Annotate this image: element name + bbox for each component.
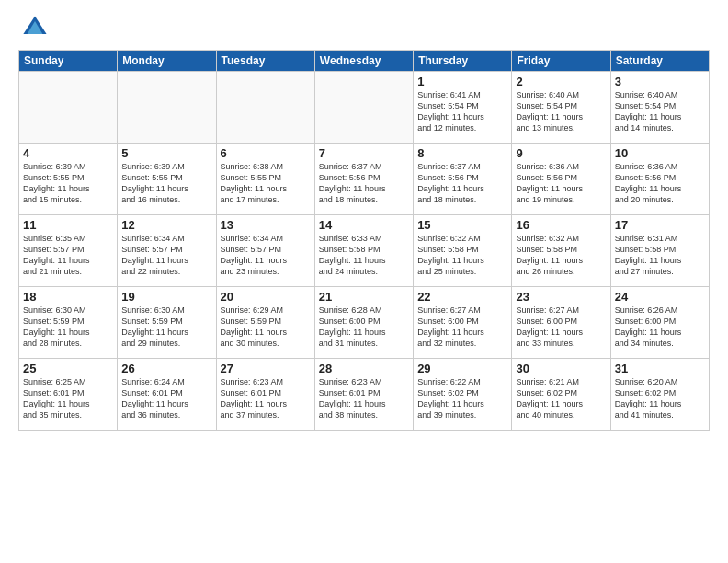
- calendar-cell: 16Sunrise: 6:32 AM Sunset: 5:58 PM Dayli…: [512, 215, 610, 287]
- day-info: Sunrise: 6:21 AM Sunset: 6:02 PM Dayligh…: [516, 376, 606, 421]
- day-number: 28: [319, 362, 409, 375]
- day-number: 8: [417, 146, 507, 160]
- day-info: Sunrise: 6:40 AM Sunset: 5:54 PM Dayligh…: [516, 89, 606, 134]
- day-number: 7: [319, 146, 409, 160]
- day-info: Sunrise: 6:30 AM Sunset: 5:59 PM Dayligh…: [121, 304, 211, 350]
- day-number: 30: [516, 362, 606, 375]
- calendar-cell: 14Sunrise: 6:33 AM Sunset: 5:58 PM Dayli…: [314, 215, 413, 287]
- day-number: 29: [417, 362, 507, 375]
- calendar-cell: 3Sunrise: 6:40 AM Sunset: 5:54 PM Daylig…: [610, 72, 709, 144]
- day-number: 22: [417, 290, 507, 304]
- day-info: Sunrise: 6:32 AM Sunset: 5:58 PM Dayligh…: [417, 233, 507, 278]
- calendar-cell: 29Sunrise: 6:22 AM Sunset: 6:02 PM Dayli…: [414, 359, 512, 431]
- day-info: Sunrise: 6:33 AM Sunset: 5:58 PM Dayligh…: [319, 233, 409, 278]
- day-number: 19: [121, 290, 211, 304]
- day-info: Sunrise: 6:37 AM Sunset: 5:56 PM Dayligh…: [319, 161, 409, 206]
- day-number: 14: [319, 218, 409, 232]
- day-info: Sunrise: 6:24 AM Sunset: 6:01 PM Dayligh…: [121, 376, 211, 421]
- calendar-cell: 11Sunrise: 6:35 AM Sunset: 5:57 PM Dayli…: [19, 215, 118, 287]
- week-row-2: 4Sunrise: 6:39 AM Sunset: 5:55 PM Daylig…: [19, 144, 710, 215]
- day-info: Sunrise: 6:26 AM Sunset: 6:00 PM Dayligh…: [615, 304, 705, 350]
- day-info: Sunrise: 6:36 AM Sunset: 5:56 PM Dayligh…: [516, 161, 606, 206]
- col-header-friday: Friday: [512, 51, 610, 72]
- calendar-cell: 2Sunrise: 6:40 AM Sunset: 5:54 PM Daylig…: [512, 72, 610, 144]
- calendar-cell: 30Sunrise: 6:21 AM Sunset: 6:02 PM Dayli…: [512, 359, 610, 431]
- calendar-cell: 4Sunrise: 6:39 AM Sunset: 5:55 PM Daylig…: [19, 144, 118, 215]
- day-number: 20: [221, 290, 311, 304]
- day-info: Sunrise: 6:34 AM Sunset: 5:57 PM Dayligh…: [121, 233, 211, 278]
- week-row-1: 1Sunrise: 6:41 AM Sunset: 5:54 PM Daylig…: [19, 72, 710, 144]
- day-info: Sunrise: 6:23 AM Sunset: 6:01 PM Dayligh…: [319, 376, 409, 421]
- col-header-tuesday: Tuesday: [216, 51, 314, 72]
- day-number: 5: [121, 146, 211, 160]
- day-info: Sunrise: 6:22 AM Sunset: 6:02 PM Dayligh…: [417, 376, 507, 421]
- calendar-cell: 10Sunrise: 6:36 AM Sunset: 5:56 PM Dayli…: [610, 144, 709, 215]
- week-row-3: 11Sunrise: 6:35 AM Sunset: 5:57 PM Dayli…: [19, 215, 710, 287]
- day-number: 18: [23, 290, 113, 304]
- calendar-cell: 27Sunrise: 6:23 AM Sunset: 6:01 PM Dayli…: [216, 359, 314, 431]
- day-info: Sunrise: 6:38 AM Sunset: 5:55 PM Dayligh…: [221, 161, 311, 206]
- calendar-cell: 15Sunrise: 6:32 AM Sunset: 5:58 PM Dayli…: [414, 215, 512, 287]
- calendar-cell: 13Sunrise: 6:34 AM Sunset: 5:57 PM Dayli…: [216, 215, 314, 287]
- day-number: 26: [121, 362, 211, 375]
- day-info: Sunrise: 6:41 AM Sunset: 5:54 PM Dayligh…: [417, 89, 507, 134]
- col-header-sunday: Sunday: [19, 51, 118, 72]
- day-info: Sunrise: 6:37 AM Sunset: 5:56 PM Dayligh…: [417, 161, 507, 206]
- day-info: Sunrise: 6:23 AM Sunset: 6:01 PM Dayligh…: [221, 376, 311, 421]
- day-info: Sunrise: 6:20 AM Sunset: 6:02 PM Dayligh…: [615, 376, 705, 421]
- calendar-cell: 7Sunrise: 6:37 AM Sunset: 5:56 PM Daylig…: [314, 144, 413, 215]
- col-header-monday: Monday: [118, 51, 216, 72]
- day-number: 31: [615, 362, 705, 375]
- day-info: Sunrise: 6:29 AM Sunset: 5:59 PM Dayligh…: [221, 304, 311, 350]
- col-header-thursday: Thursday: [414, 51, 512, 72]
- day-number: 1: [417, 75, 507, 88]
- day-number: 3: [615, 75, 705, 88]
- calendar-cell: 19Sunrise: 6:30 AM Sunset: 5:59 PM Dayli…: [118, 287, 216, 359]
- day-number: 25: [23, 362, 113, 375]
- day-info: Sunrise: 6:36 AM Sunset: 5:56 PM Dayligh…: [615, 161, 705, 206]
- calendar-cell: 12Sunrise: 6:34 AM Sunset: 5:57 PM Dayli…: [118, 215, 216, 287]
- day-number: 9: [516, 146, 606, 160]
- day-number: 6: [221, 146, 311, 160]
- calendar-cell: 18Sunrise: 6:30 AM Sunset: 5:59 PM Dayli…: [19, 287, 118, 359]
- week-row-5: 25Sunrise: 6:25 AM Sunset: 6:01 PM Dayli…: [19, 359, 710, 431]
- day-info: Sunrise: 6:30 AM Sunset: 5:59 PM Dayligh…: [23, 304, 113, 350]
- day-info: Sunrise: 6:25 AM Sunset: 6:01 PM Dayligh…: [23, 376, 113, 421]
- calendar-page: SundayMondayTuesdayWednesdayThursdayFrid…: [0, 0, 728, 563]
- logo-icon: [22, 15, 48, 40]
- calendar-cell: 6Sunrise: 6:38 AM Sunset: 5:55 PM Daylig…: [216, 144, 314, 215]
- calendar-cell: [19, 72, 118, 144]
- calendar-cell: [216, 72, 314, 144]
- calendar-cell: 24Sunrise: 6:26 AM Sunset: 6:00 PM Dayli…: [610, 287, 709, 359]
- calendar-cell: 23Sunrise: 6:27 AM Sunset: 6:00 PM Dayli…: [512, 287, 610, 359]
- calendar-cell: [314, 72, 413, 144]
- day-number: 4: [23, 146, 113, 160]
- day-number: 16: [516, 218, 606, 232]
- day-number: 24: [615, 290, 705, 304]
- day-number: 13: [221, 218, 311, 232]
- day-info: Sunrise: 6:39 AM Sunset: 5:55 PM Dayligh…: [23, 161, 113, 206]
- calendar-cell: 8Sunrise: 6:37 AM Sunset: 5:56 PM Daylig…: [414, 144, 512, 215]
- calendar-cell: 26Sunrise: 6:24 AM Sunset: 6:01 PM Dayli…: [118, 359, 216, 431]
- calendar-cell: 21Sunrise: 6:28 AM Sunset: 6:00 PM Dayli…: [314, 287, 413, 359]
- day-number: 10: [615, 146, 705, 160]
- day-number: 21: [319, 290, 409, 304]
- calendar-cell: 17Sunrise: 6:31 AM Sunset: 5:58 PM Dayli…: [610, 215, 709, 287]
- day-info: Sunrise: 6:39 AM Sunset: 5:55 PM Dayligh…: [121, 161, 211, 206]
- week-row-4: 18Sunrise: 6:30 AM Sunset: 5:59 PM Dayli…: [19, 287, 710, 359]
- logo: [18, 15, 48, 40]
- calendar-cell: 28Sunrise: 6:23 AM Sunset: 6:01 PM Dayli…: [314, 359, 413, 431]
- day-info: Sunrise: 6:32 AM Sunset: 5:58 PM Dayligh…: [516, 233, 606, 278]
- calendar-cell: 1Sunrise: 6:41 AM Sunset: 5:54 PM Daylig…: [414, 72, 512, 144]
- day-info: Sunrise: 6:27 AM Sunset: 6:00 PM Dayligh…: [516, 304, 606, 350]
- day-info: Sunrise: 6:34 AM Sunset: 5:57 PM Dayligh…: [221, 233, 311, 278]
- day-info: Sunrise: 6:27 AM Sunset: 6:00 PM Dayligh…: [417, 304, 507, 350]
- col-header-saturday: Saturday: [610, 51, 709, 72]
- day-info: Sunrise: 6:40 AM Sunset: 5:54 PM Dayligh…: [615, 89, 705, 134]
- calendar-cell: 20Sunrise: 6:29 AM Sunset: 5:59 PM Dayli…: [216, 287, 314, 359]
- col-header-wednesday: Wednesday: [314, 51, 413, 72]
- calendar-cell: 9Sunrise: 6:36 AM Sunset: 5:56 PM Daylig…: [512, 144, 610, 215]
- calendar-table: SundayMondayTuesdayWednesdayThursdayFrid…: [18, 50, 710, 431]
- day-info: Sunrise: 6:28 AM Sunset: 6:00 PM Dayligh…: [319, 304, 409, 350]
- day-info: Sunrise: 6:31 AM Sunset: 5:58 PM Dayligh…: [615, 233, 705, 278]
